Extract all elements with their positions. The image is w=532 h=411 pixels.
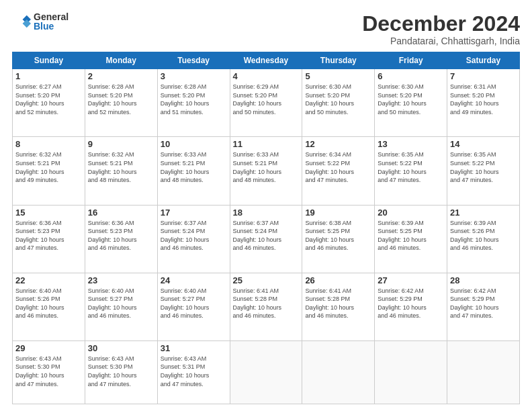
logo-icon [12,12,31,31]
table-row [447,340,520,404]
table-row: 11 Sunrise: 6:33 AM Sunset: 5:21 PM Dayl… [230,137,302,205]
header-row: Sunday Monday Tuesday Wednesday Thursday… [13,52,520,69]
day-info: Sunrise: 6:36 AM Sunset: 5:23 PM Dayligh… [15,219,82,253]
table-row: 4 Sunrise: 6:29 AM Sunset: 5:20 PM Dayli… [230,69,302,137]
col-wednesday: Wednesday [230,52,302,69]
day-info: Sunrise: 6:27 AM Sunset: 5:20 PM Dayligh… [15,83,82,116]
col-thursday: Thursday [302,52,375,69]
day-info: Sunrise: 6:34 AM Sunset: 5:22 PM Dayligh… [305,150,371,184]
table-row: 26 Sunrise: 6:41 AM Sunset: 5:28 PM Dayl… [302,273,375,340]
day-info: Sunrise: 6:35 AM Sunset: 5:22 PM Dayligh… [450,150,517,184]
day-number: 6 [378,71,444,81]
day-info: Sunrise: 6:39 AM Sunset: 5:26 PM Dayligh… [450,219,517,253]
table-row: 21 Sunrise: 6:39 AM Sunset: 5:26 PM Dayl… [447,205,520,273]
logo-text: General Blue [34,12,69,31]
day-info: Sunrise: 6:41 AM Sunset: 5:28 PM Dayligh… [305,287,371,320]
table-row [302,340,375,404]
logo: General Blue [12,12,69,31]
day-info: Sunrise: 6:40 AM Sunset: 5:27 PM Dayligh… [88,287,154,320]
day-info: Sunrise: 6:38 AM Sunset: 5:25 PM Dayligh… [305,219,371,253]
table-row: 3 Sunrise: 6:28 AM Sunset: 5:20 PM Dayli… [157,69,230,137]
day-info: Sunrise: 6:43 AM Sunset: 5:31 PM Dayligh… [161,355,227,388]
table-row: 6 Sunrise: 6:30 AM Sunset: 5:20 PM Dayli… [375,69,447,137]
day-number: 1 [15,71,82,81]
col-monday: Monday [85,52,157,69]
svg-marker-1 [23,19,31,28]
table-row: 31 Sunrise: 6:43 AM Sunset: 5:31 PM Dayl… [157,340,230,404]
day-info: Sunrise: 6:37 AM Sunset: 5:24 PM Dayligh… [233,219,300,253]
table-row: 24 Sunrise: 6:40 AM Sunset: 5:27 PM Dayl… [157,273,230,340]
table-row: 18 Sunrise: 6:37 AM Sunset: 5:24 PM Dayl… [230,205,302,273]
table-row: 30 Sunrise: 6:43 AM Sunset: 5:30 PM Dayl… [85,340,157,404]
table-row: 9 Sunrise: 6:32 AM Sunset: 5:21 PM Dayli… [85,137,157,205]
table-row: 13 Sunrise: 6:35 AM Sunset: 5:22 PM Dayl… [375,137,447,205]
day-number: 29 [15,343,82,353]
table-row: 10 Sunrise: 6:33 AM Sunset: 5:21 PM Dayl… [157,137,230,205]
day-number: 21 [450,208,517,218]
day-info: Sunrise: 6:35 AM Sunset: 5:22 PM Dayligh… [378,150,444,184]
day-number: 20 [378,208,444,218]
day-info: Sunrise: 6:32 AM Sunset: 5:21 PM Dayligh… [15,150,82,184]
table-row: 20 Sunrise: 6:39 AM Sunset: 5:25 PM Dayl… [375,205,447,273]
location: Pandatarai, Chhattisgarh, India [362,36,520,46]
day-info: Sunrise: 6:40 AM Sunset: 5:26 PM Dayligh… [15,287,82,320]
table-row: 5 Sunrise: 6:30 AM Sunset: 5:20 PM Dayli… [302,69,375,137]
day-info: Sunrise: 6:43 AM Sunset: 5:30 PM Dayligh… [88,355,154,388]
day-info: Sunrise: 6:31 AM Sunset: 5:20 PM Dayligh… [450,83,517,116]
table-row: 15 Sunrise: 6:36 AM Sunset: 5:23 PM Dayl… [13,205,85,273]
header: General Blue December 2024 Pandatarai, C… [12,12,520,46]
day-number: 13 [378,139,444,149]
day-number: 11 [233,139,300,149]
table-row: 12 Sunrise: 6:34 AM Sunset: 5:22 PM Dayl… [302,137,375,205]
day-number: 27 [378,275,444,285]
day-info: Sunrise: 6:30 AM Sunset: 5:20 PM Dayligh… [305,83,371,116]
calendar-row: 22 Sunrise: 6:40 AM Sunset: 5:26 PM Dayl… [13,273,520,340]
day-info: Sunrise: 6:42 AM Sunset: 5:29 PM Dayligh… [450,287,517,320]
calendar: Sunday Monday Tuesday Wednesday Thursday… [12,52,520,404]
day-number: 7 [450,71,517,81]
day-info: Sunrise: 6:37 AM Sunset: 5:24 PM Dayligh… [161,219,227,253]
day-info: Sunrise: 6:42 AM Sunset: 5:29 PM Dayligh… [378,287,444,320]
day-info: Sunrise: 6:36 AM Sunset: 5:23 PM Dayligh… [88,219,154,253]
day-number: 14 [450,139,517,149]
day-number: 3 [161,71,227,81]
table-row: 23 Sunrise: 6:40 AM Sunset: 5:27 PM Dayl… [85,273,157,340]
day-number: 15 [15,208,82,218]
day-number: 5 [305,71,371,81]
day-number: 16 [88,208,154,218]
table-row: 27 Sunrise: 6:42 AM Sunset: 5:29 PM Dayl… [375,273,447,340]
day-info: Sunrise: 6:40 AM Sunset: 5:27 PM Dayligh… [161,287,227,320]
day-number: 12 [305,139,371,149]
calendar-row: 29 Sunrise: 6:43 AM Sunset: 5:30 PM Dayl… [13,340,520,404]
table-row: 14 Sunrise: 6:35 AM Sunset: 5:22 PM Dayl… [447,137,520,205]
day-number: 10 [161,139,227,149]
day-number: 2 [88,71,154,81]
day-number: 31 [161,343,227,353]
table-row: 16 Sunrise: 6:36 AM Sunset: 5:23 PM Dayl… [85,205,157,273]
table-row: 22 Sunrise: 6:40 AM Sunset: 5:26 PM Dayl… [13,273,85,340]
day-number: 24 [161,275,227,285]
day-info: Sunrise: 6:28 AM Sunset: 5:20 PM Dayligh… [88,83,154,116]
day-info: Sunrise: 6:43 AM Sunset: 5:30 PM Dayligh… [15,355,82,388]
day-info: Sunrise: 6:33 AM Sunset: 5:21 PM Dayligh… [161,150,227,184]
title-block: December 2024 Pandatarai, Chhattisgarh, … [362,12,520,46]
logo-general: General [34,12,69,21]
day-number: 26 [305,275,371,285]
table-row: 17 Sunrise: 6:37 AM Sunset: 5:24 PM Dayl… [157,205,230,273]
day-number: 9 [88,139,154,149]
day-info: Sunrise: 6:41 AM Sunset: 5:28 PM Dayligh… [233,287,300,320]
day-number: 8 [15,139,82,149]
table-row: 2 Sunrise: 6:28 AM Sunset: 5:20 PM Dayli… [85,69,157,137]
day-info: Sunrise: 6:33 AM Sunset: 5:21 PM Dayligh… [233,150,300,184]
table-row: 25 Sunrise: 6:41 AM Sunset: 5:28 PM Dayl… [230,273,302,340]
calendar-row: 15 Sunrise: 6:36 AM Sunset: 5:23 PM Dayl… [13,205,520,273]
day-number: 19 [305,208,371,218]
day-info: Sunrise: 6:28 AM Sunset: 5:20 PM Dayligh… [161,83,227,116]
table-row: 7 Sunrise: 6:31 AM Sunset: 5:20 PM Dayli… [447,69,520,137]
day-info: Sunrise: 6:32 AM Sunset: 5:21 PM Dayligh… [88,150,154,184]
table-row: 29 Sunrise: 6:43 AM Sunset: 5:30 PM Dayl… [13,340,85,404]
page: General Blue December 2024 Pandatarai, C… [0,0,532,411]
day-number: 17 [161,208,227,218]
day-number: 18 [233,208,300,218]
calendar-table: Sunday Monday Tuesday Wednesday Thursday… [12,52,520,404]
